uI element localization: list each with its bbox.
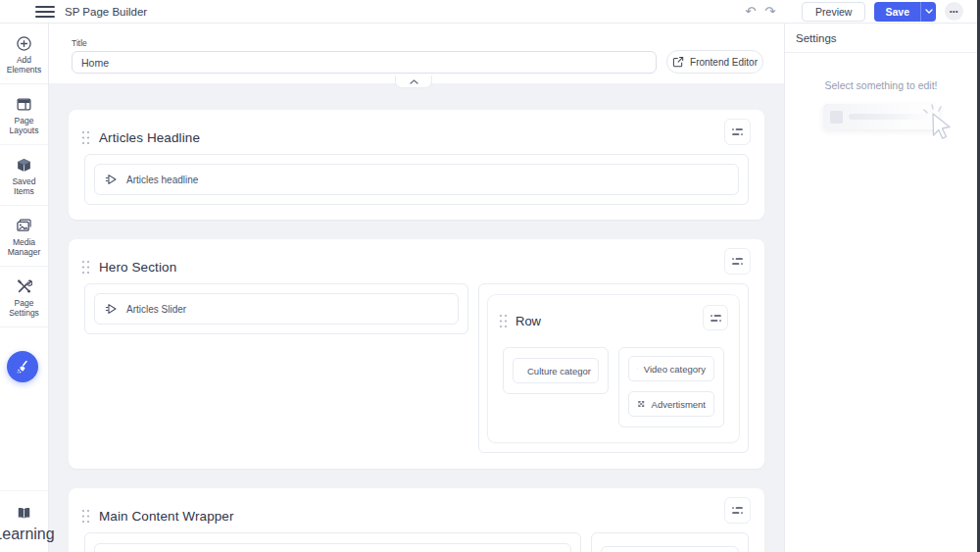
drag-handle-icon[interactable] bbox=[81, 130, 90, 145]
settings-panel: Settings Select something to edit! bbox=[784, 24, 977, 552]
addon-advertisment[interactable]: Advertisment bbox=[628, 391, 714, 417]
page-title-input[interactable] bbox=[72, 51, 657, 74]
section-options-button[interactable] bbox=[724, 248, 751, 275]
frontend-editor-button[interactable]: Frontend Editor bbox=[666, 50, 763, 74]
column[interactable] bbox=[84, 532, 581, 552]
hamburger-menu-icon[interactable] bbox=[35, 6, 55, 18]
sidebar: AddElements PageLayouts SavedItems Media… bbox=[0, 24, 49, 552]
sidebar-item-label: Learning bbox=[0, 526, 55, 543]
addon-video-category[interactable]: Video category bbox=[628, 356, 714, 381]
sidebar-item-label: MediaManager bbox=[8, 237, 41, 257]
sidebar-item-learning[interactable]: Learning bbox=[0, 490, 48, 552]
column[interactable]: Row Culture categor Video category bbox=[478, 283, 749, 453]
section-header: Articles Headline bbox=[69, 110, 764, 151]
frontend-editor-label: Frontend Editor bbox=[690, 57, 758, 68]
sidebar-item-label: PageSettings bbox=[9, 298, 39, 318]
section-options-button[interactable] bbox=[724, 497, 751, 524]
sidebar-item-media-manager[interactable]: MediaManager bbox=[0, 206, 48, 267]
section-main-content-wrapper[interactable]: Main Content Wrapper bbox=[69, 488, 764, 552]
nested-row[interactable]: Row Culture categor Video category bbox=[488, 295, 739, 442]
illustration-square bbox=[830, 111, 843, 124]
section-hero[interactable]: Hero Section Articles Slider Row bbox=[69, 239, 764, 469]
save-dropdown-button[interactable] bbox=[920, 2, 936, 22]
section-title: Articles Headline bbox=[99, 130, 200, 145]
sidebar-item-page-layouts[interactable]: PageLayouts bbox=[0, 84, 48, 145]
addon-document-icon bbox=[637, 363, 638, 375]
column[interactable]: Articles headline bbox=[84, 154, 749, 205]
row-header: Row bbox=[488, 295, 739, 334]
section-options-button[interactable] bbox=[724, 119, 751, 145]
row-column[interactable]: Video category Advertisment bbox=[618, 347, 724, 427]
options-sliders-icon bbox=[731, 256, 744, 267]
drag-handle-icon[interactable] bbox=[81, 260, 90, 275]
drag-handle-icon[interactable] bbox=[81, 509, 90, 524]
section-header: Hero Section bbox=[69, 239, 764, 280]
options-sliders-icon bbox=[731, 505, 744, 516]
section-articles-headline[interactable]: Articles Headline Articles headline bbox=[69, 110, 764, 220]
cube-icon bbox=[16, 157, 32, 174]
options-sliders-icon bbox=[710, 313, 722, 324]
column[interactable] bbox=[591, 532, 749, 552]
sidebar-item-label: PageLayouts bbox=[10, 116, 39, 135]
options-sliders-icon bbox=[731, 126, 744, 137]
addon-articles-headline[interactable]: Articles headline bbox=[94, 164, 739, 195]
addon-label: Culture categor bbox=[527, 366, 591, 376]
sidebar-item-label: AddElements bbox=[7, 55, 41, 75]
redo-icon[interactable]: ↷ bbox=[764, 5, 775, 18]
clear-page-button[interactable] bbox=[7, 351, 38, 382]
addon-label: Articles Slider bbox=[126, 304, 186, 315]
broom-icon bbox=[15, 359, 30, 375]
sidebar-item-saved-items[interactable]: SavedItems bbox=[0, 145, 48, 206]
layout-icon bbox=[16, 96, 32, 113]
row-title: Row bbox=[515, 314, 541, 328]
image-icon bbox=[16, 218, 32, 234]
click-cursor-icon bbox=[923, 104, 956, 141]
empty-state-illustration bbox=[823, 104, 939, 129]
tools-icon bbox=[16, 278, 32, 295]
addon-slider-icon bbox=[105, 302, 119, 316]
save-button[interactable]: Save bbox=[874, 2, 920, 22]
preview-button[interactable]: Preview bbox=[802, 2, 865, 22]
illustration-line bbox=[849, 114, 932, 120]
crossed-arrows-icon bbox=[637, 398, 646, 410]
row-column[interactable]: Culture categor bbox=[503, 347, 609, 394]
nested-box[interactable] bbox=[601, 546, 739, 552]
addon-articles-slider[interactable]: Articles Slider bbox=[94, 293, 459, 325]
addon-culture-category[interactable]: Culture categor bbox=[513, 358, 599, 383]
column[interactable]: Articles Slider bbox=[84, 283, 468, 334]
drag-handle-icon[interactable] bbox=[499, 314, 508, 328]
sidebar-item-add-elements[interactable]: AddElements bbox=[0, 24, 48, 84]
settings-empty-message: Select something to edit! bbox=[785, 79, 977, 91]
section-title: Hero Section bbox=[99, 260, 176, 275]
title-label: Title bbox=[72, 38, 87, 48]
addon-slider-icon bbox=[105, 173, 119, 186]
section-title: Main Content Wrapper bbox=[99, 509, 234, 524]
topbar-actions: ↶ ↷ Preview Save ••• bbox=[745, 2, 977, 22]
addon-label: Articles headline bbox=[126, 175, 198, 185]
settings-panel-title: Settings bbox=[785, 24, 977, 53]
plus-circle-icon bbox=[16, 35, 32, 52]
undo-icon[interactable]: ↶ bbox=[745, 5, 756, 18]
edit-external-icon bbox=[672, 56, 684, 68]
canvas: Articles Headline Articles headline Hero… bbox=[49, 83, 784, 552]
nested-box[interactable] bbox=[94, 543, 571, 552]
row-options-button[interactable] bbox=[703, 305, 728, 330]
chevron-down-icon bbox=[925, 9, 933, 14]
chevron-up-icon bbox=[410, 79, 418, 84]
save-split-button: Save bbox=[874, 2, 936, 22]
addon-label: Video category bbox=[644, 364, 706, 375]
page-header: Title Frontend Editor bbox=[49, 24, 784, 83]
more-options-button[interactable]: ••• bbox=[945, 2, 963, 21]
collapse-header-tab[interactable] bbox=[395, 75, 432, 88]
addon-label: Advertisment bbox=[652, 399, 706, 410]
sidebar-item-label: SavedItems bbox=[12, 176, 35, 196]
book-icon bbox=[16, 505, 32, 522]
app-title: SP Page Builder bbox=[65, 6, 147, 18]
topbar: SP Page Builder ↶ ↷ Preview Save ••• bbox=[0, 0, 977, 24]
section-header: Main Content Wrapper bbox=[69, 488, 764, 529]
sidebar-item-page-settings[interactable]: PageSettings bbox=[0, 267, 48, 327]
